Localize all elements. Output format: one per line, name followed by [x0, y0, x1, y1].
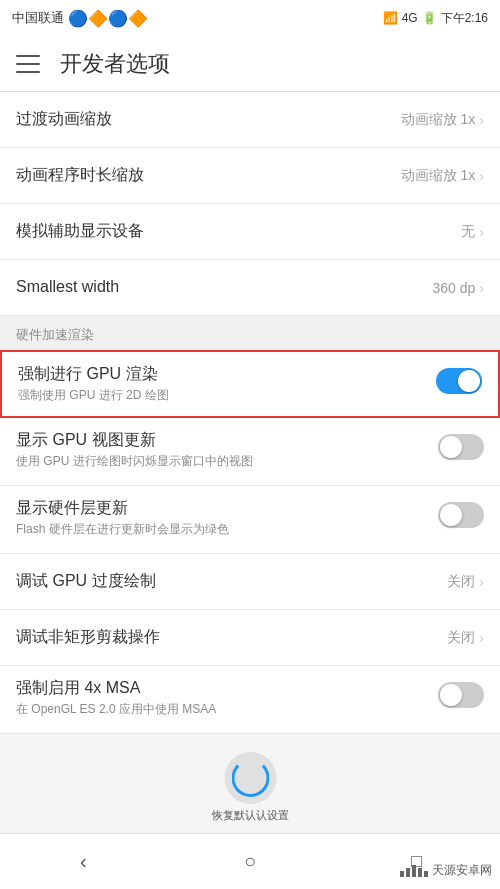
debug-gpu-overdraw-item[interactable]: 调试 GPU 过度绘制 关闭 › — [0, 554, 500, 610]
show-hardware-layer-subtitle: Flash 硬件层在进行更新时会显示为绿色 — [16, 522, 438, 538]
animator-duration-value: 动画缩放 1x › — [401, 167, 484, 185]
hamburger-button[interactable] — [16, 55, 40, 73]
smallest-width-value: 360 dp › — [433, 280, 485, 296]
restore-label: 恢复默认认设置 — [212, 808, 289, 823]
watermark: 天源安卓网 — [400, 862, 492, 879]
battery-icon: 🔋 — [422, 11, 437, 25]
show-gpu-updates-subtitle: 使用 GPU 进行绘图时闪烁显示窗口中的视图 — [16, 454, 438, 470]
force-msaa-toggle[interactable] — [438, 678, 484, 708]
chevron-icon: › — [479, 630, 484, 646]
back-icon: ‹ — [80, 850, 87, 873]
restore-circle — [224, 752, 276, 804]
force-msaa-item[interactable]: 强制启用 4x MSA 在 OpenGL ES 2.0 应用中使用 MSAA — [0, 666, 500, 734]
hardware-section-header: 硬件加速渲染 — [0, 316, 500, 350]
carrier-text: 中国联通 — [12, 9, 64, 27]
show-gpu-updates-toggle[interactable] — [438, 430, 484, 460]
force-gpu-subtitle: 强制使用 GPU 进行 2D 绘图 — [18, 388, 436, 404]
force-gpu-title: 强制进行 GPU 渲染 — [18, 364, 436, 385]
animator-duration-title: 动画程序时长缩放 — [16, 165, 401, 186]
signal-icon: 📶 — [383, 11, 398, 25]
bottom-nav: ‹ ○ □ — [0, 833, 500, 889]
debug-gpu-overdraw-title: 调试 GPU 过度绘制 — [16, 571, 447, 592]
force-msaa-title: 强制启用 4x MSA — [16, 678, 438, 699]
force-gpu-rendering-item[interactable]: 强制进行 GPU 渲染 强制使用 GPU 进行 2D 绘图 — [0, 350, 500, 418]
toggle-on[interactable] — [436, 368, 482, 394]
chevron-icon: › — [479, 224, 484, 240]
debug-gpu-overdraw-value: 关闭 › — [447, 573, 484, 591]
settings-list: 过渡动画缩放 动画缩放 1x › 动画程序时长缩放 动画缩放 1x › 模拟辅助… — [0, 92, 500, 734]
toggle-knob — [458, 370, 480, 392]
show-gpu-updates-title: 显示 GPU 视图更新 — [16, 430, 438, 451]
page-title: 开发者选项 — [60, 49, 170, 79]
watermark-text: 天源安卓网 — [432, 862, 492, 879]
simulate-display-title: 模拟辅助显示设备 — [16, 221, 461, 242]
smallest-width-item[interactable]: Smallest width 360 dp › — [0, 260, 500, 316]
toggle-off[interactable] — [438, 502, 484, 528]
transition-animation-value: 动画缩放 1x › — [401, 111, 484, 129]
app-bar: 开发者选项 — [0, 36, 500, 92]
transition-animation-title: 过渡动画缩放 — [16, 109, 401, 130]
toggle-knob — [440, 504, 462, 526]
simulate-display-item[interactable]: 模拟辅助显示设备 无 › — [0, 204, 500, 260]
carrier-icons: 🔵🔶🔵🔶 — [68, 9, 148, 28]
toggle-off[interactable] — [438, 682, 484, 708]
show-hardware-layer-title: 显示硬件层更新 — [16, 498, 438, 519]
show-hardware-layer-item[interactable]: 显示硬件层更新 Flash 硬件层在进行更新时会显示为绿色 — [0, 486, 500, 554]
restore-inner-circle — [231, 759, 269, 797]
nav-home[interactable]: ○ — [220, 842, 280, 882]
simulate-display-value: 无 › — [461, 223, 484, 241]
status-left: 中国联通 🔵🔶🔵🔶 — [12, 9, 148, 28]
toggle-knob — [440, 436, 462, 458]
nav-back[interactable]: ‹ — [53, 842, 113, 882]
debug-non-rect-value: 关闭 › — [447, 629, 484, 647]
home-icon: ○ — [244, 850, 256, 873]
animator-duration-item[interactable]: 动画程序时长缩放 动画缩放 1x › — [0, 148, 500, 204]
restore-fab[interactable]: 恢复默认认设置 — [212, 752, 289, 823]
watermark-bars-icon — [400, 865, 428, 877]
chevron-icon: › — [479, 280, 484, 296]
chevron-icon: › — [479, 168, 484, 184]
toggle-off[interactable] — [438, 434, 484, 460]
show-hardware-layer-toggle[interactable] — [438, 498, 484, 528]
force-gpu-toggle[interactable] — [436, 364, 482, 394]
chevron-icon: › — [479, 112, 484, 128]
signal-text: 4G — [402, 11, 418, 25]
status-right: 📶 4G 🔋 下午2:16 — [383, 10, 488, 27]
toggle-knob — [440, 684, 462, 706]
show-gpu-updates-item[interactable]: 显示 GPU 视图更新 使用 GPU 进行绘图时闪烁显示窗口中的视图 — [0, 418, 500, 486]
chevron-icon: › — [479, 574, 484, 590]
smallest-width-title: Smallest width — [16, 277, 433, 298]
debug-non-rect-item[interactable]: 调试非矩形剪裁操作 关闭 › — [0, 610, 500, 666]
transition-animation-item[interactable]: 过渡动画缩放 动画缩放 1x › — [0, 92, 500, 148]
debug-non-rect-title: 调试非矩形剪裁操作 — [16, 627, 447, 648]
time-text: 下午2:16 — [441, 10, 488, 27]
status-bar: 中国联通 🔵🔶🔵🔶 📶 4G 🔋 下午2:16 — [0, 0, 500, 36]
force-msaa-subtitle: 在 OpenGL ES 2.0 应用中使用 MSAA — [16, 702, 438, 718]
